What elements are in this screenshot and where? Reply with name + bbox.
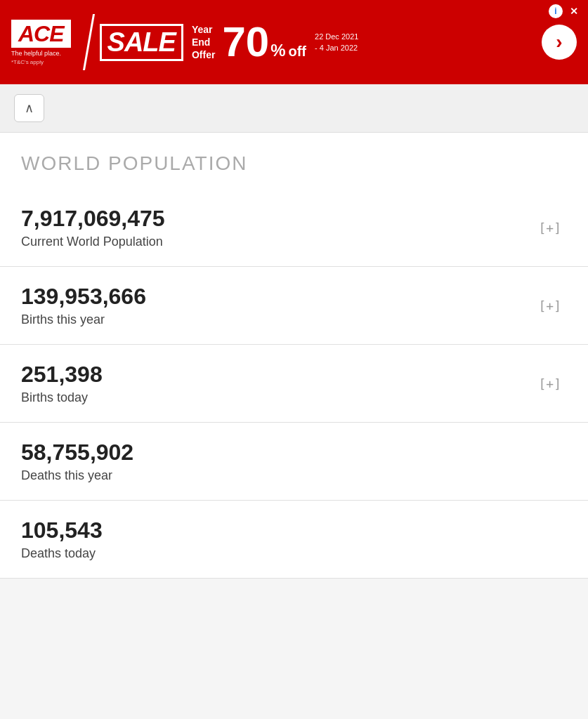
main-content: ∧ WORLD POPULATION 7,917,069,475 Current…: [0, 84, 588, 579]
ad-divider: [83, 14, 95, 70]
stat-number-deaths-today: 105,543: [21, 517, 567, 543]
stat-label-births-year: Births this year: [21, 312, 105, 326]
stat-item-births-today: 251,398 Births today [+]: [0, 345, 588, 423]
ace-tagline: The helpful place.: [11, 50, 61, 57]
stats-list: 7,917,069,475 Current World Population […: [0, 189, 588, 579]
stat-left: 7,917,069,475 Current World Population: [21, 206, 533, 249]
ace-small-text: *T&C's apply: [11, 59, 44, 65]
stat-item-world-population: 7,917,069,475 Current World Population […: [0, 189, 588, 267]
stat-number-births-year: 139,953,666: [21, 284, 533, 310]
ad-close-button[interactable]: ✕: [567, 4, 581, 18]
collapse-button[interactable]: ∧: [14, 94, 44, 122]
percent-number: 70: [222, 21, 269, 63]
off-label: off: [288, 44, 306, 60]
ad-banner: i ✕ ACE The helpful place. *T&C's apply …: [0, 0, 588, 84]
ad-info-icon[interactable]: i: [549, 4, 563, 18]
stat-label-births-today: Births today: [21, 390, 88, 404]
stat-expand-births-year[interactable]: [+]: [533, 296, 567, 316]
stat-number-deaths-year: 58,755,902: [21, 440, 567, 466]
stat-number-world-population: 7,917,069,475: [21, 206, 533, 232]
ace-logo: ACE The helpful place. *T&C's apply: [11, 20, 71, 65]
arrow-icon: ›: [556, 32, 562, 52]
stat-item-deaths-year: 58,755,902 Deaths this year: [0, 423, 588, 501]
ad-content: SALE Year End Offer 70 % off 22 Dec 2021…: [100, 21, 577, 63]
stat-item-births-year: 139,953,666 Births this year [+]: [0, 267, 588, 345]
stat-left: 58,755,902 Deaths this year: [21, 440, 567, 483]
ad-dates: 22 Dec 2021 - 4 Jan 2022: [315, 31, 358, 54]
stat-left: 105,543 Deaths today: [21, 517, 567, 561]
stat-left: 251,398 Births today: [21, 362, 533, 405]
stat-item-deaths-today: 105,543 Deaths today: [0, 501, 588, 579]
year-end-offer: Year End Offer: [192, 23, 215, 62]
stat-label-deaths-year: Deaths this year: [21, 468, 112, 482]
stat-label-deaths-today: Deaths today: [21, 546, 96, 560]
sale-label: SALE: [100, 24, 183, 61]
ace-logo-text: ACE: [11, 20, 71, 48]
percent-symbol: %: [270, 41, 285, 60]
stat-number-births-today: 251,398: [21, 362, 533, 388]
section-title: WORLD POPULATION: [0, 133, 588, 189]
stat-left: 139,953,666 Births this year: [21, 284, 533, 327]
stat-label-world-population: Current World Population: [21, 235, 163, 249]
percent-off: 70 % off: [222, 21, 306, 63]
collapse-bar: ∧: [0, 84, 588, 133]
stat-expand-births-today[interactable]: [+]: [533, 374, 567, 394]
ad-arrow-button[interactable]: ›: [542, 25, 577, 60]
stat-expand-world-population[interactable]: [+]: [533, 218, 567, 238]
